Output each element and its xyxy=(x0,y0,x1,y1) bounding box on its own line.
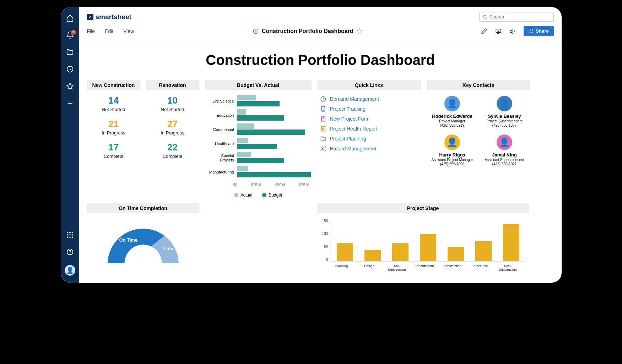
contact-name: Sylwia Beasley xyxy=(480,114,529,119)
home-icon[interactable] xyxy=(66,14,74,22)
brand-logo[interactable]: ✓ smartsheet xyxy=(87,13,131,21)
dashboard-type-icon xyxy=(253,28,259,34)
contact-phone: (425) 555-1387 xyxy=(480,123,529,127)
widget-header: New Construction xyxy=(87,80,140,90)
people-icon xyxy=(320,145,326,152)
contact-avatar-icon: 👤 xyxy=(444,96,460,111)
apps-icon[interactable] xyxy=(66,231,74,239)
stat-value: 14 xyxy=(87,95,140,106)
brand-text: smartsheet xyxy=(96,13,131,21)
stage-bar xyxy=(420,234,436,261)
contact-avatar-icon: 👤 xyxy=(497,134,512,150)
edit-icon[interactable] xyxy=(481,28,487,34)
stage-label: Punch-List xyxy=(469,264,491,271)
quick-link-row[interactable]: Project Planning xyxy=(320,136,418,142)
quick-link-row[interactable]: New Project Form xyxy=(320,116,418,122)
widget-header: Key Contacts xyxy=(427,80,530,90)
svg-point-6 xyxy=(71,234,73,236)
share-button[interactable]: Share xyxy=(524,26,553,36)
contact-card: 👤Roderick EdwardsProject Manager(425) 55… xyxy=(428,96,477,127)
legend-actual: Actual xyxy=(234,193,252,198)
clock-icon xyxy=(320,96,326,102)
notifications-icon[interactable]: 3 xyxy=(66,31,74,39)
announce-icon[interactable] xyxy=(509,28,516,34)
svg-point-9 xyxy=(71,237,73,238)
contact-card: 👤Harry RiggsAssistant Project Manager(42… xyxy=(428,134,477,166)
contact-role: Assistant Project Manager xyxy=(428,158,477,162)
stage-label: Design xyxy=(358,264,380,271)
widget-new-construction: New Construction 14Not Started21In Progr… xyxy=(87,80,140,198)
quick-link-row[interactable]: Project Tracking xyxy=(320,106,418,112)
legend-budget: Budget xyxy=(262,193,282,198)
add-icon[interactable] xyxy=(66,99,74,107)
notification-badge: 3 xyxy=(71,30,76,35)
svg-point-2 xyxy=(69,232,71,233)
stage-label: Construction xyxy=(442,264,464,271)
widget-header: Renovation xyxy=(146,80,199,90)
quick-link[interactable]: Project Planning xyxy=(330,136,366,142)
contact-name: Jamal King xyxy=(480,152,529,158)
present-icon[interactable] xyxy=(495,28,502,34)
menu-file[interactable]: File xyxy=(87,28,95,34)
stat-label: In Progress xyxy=(146,130,199,136)
menu-view[interactable]: View xyxy=(123,28,134,34)
svg-point-3 xyxy=(71,232,73,233)
svg-point-8 xyxy=(69,237,71,238)
widget-header: Quick Links xyxy=(317,80,421,90)
stat-label: Complete xyxy=(146,154,199,159)
widget-renovation: Renovation 10Not Started27In Progress22C… xyxy=(146,80,199,198)
widget-key-contacts: Key Contacts 👤Roderick EdwardsProject Ma… xyxy=(427,80,530,198)
svg-point-4 xyxy=(67,234,68,236)
donut-chart: On Time Late xyxy=(99,219,188,269)
quick-link[interactable]: Project Health Report xyxy=(330,126,378,132)
dashboard-content: Construction Portfolio Dashboard New Con… xyxy=(79,40,562,283)
stage-bar xyxy=(475,241,492,261)
stage-bar xyxy=(337,243,353,261)
menu-edit[interactable]: Edit xyxy=(105,28,113,34)
stat-label: Complete xyxy=(87,154,140,159)
stage-bar xyxy=(448,247,464,261)
search-box[interactable] xyxy=(479,12,554,22)
contact-avatar-icon: 👤 xyxy=(444,134,460,150)
recent-icon[interactable] xyxy=(66,65,74,73)
donut-label-ontime: On Time xyxy=(119,237,138,243)
svg-point-1 xyxy=(67,232,68,233)
quick-link-row[interactable]: Project Health Report xyxy=(320,126,418,132)
svg-point-7 xyxy=(67,237,68,238)
svg-point-14 xyxy=(530,29,531,31)
doc-title: Construction Portfolio Dashboard xyxy=(262,28,353,34)
svg-point-5 xyxy=(69,234,71,236)
report-icon xyxy=(320,126,326,132)
favorite-star-icon[interactable] xyxy=(356,28,363,34)
stat-label: Not Started xyxy=(146,107,199,112)
bar-label: Education xyxy=(209,113,237,117)
stat-value: 21 xyxy=(87,118,140,129)
stage-bar xyxy=(392,243,409,261)
quick-link-row[interactable]: Hazard Management xyxy=(320,145,418,152)
brand-mark-icon: ✓ xyxy=(87,14,93,20)
user-avatar-icon[interactable]: 👤 xyxy=(65,265,75,276)
quick-link[interactable]: New Project Form xyxy=(330,116,370,122)
bar-label: Special Projects xyxy=(209,154,237,162)
stage-label: Procurement xyxy=(414,264,436,271)
quick-link[interactable]: Demand Management xyxy=(330,96,379,102)
donut-label-late: Late xyxy=(164,246,173,251)
quick-link[interactable]: Hazard Management xyxy=(330,146,377,151)
search-input[interactable] xyxy=(490,14,551,20)
widget-header: On Time Completion xyxy=(87,203,199,213)
folder-icon[interactable] xyxy=(66,48,74,56)
app-frame: 3 👤 ✓ smartsheet File Edit V xyxy=(61,7,562,283)
form-icon xyxy=(320,116,326,122)
quick-link[interactable]: Project Tracking xyxy=(330,106,366,112)
widget-header: Budget Vs. Actual xyxy=(205,80,312,90)
stat-value: 10 xyxy=(146,95,199,106)
bar-label: Commercial xyxy=(209,127,237,132)
favorites-icon[interactable] xyxy=(66,82,74,90)
contact-card: 👤Sylwia BeasleyProject Superintendent(42… xyxy=(480,96,529,127)
widget-quick-links: Quick Links Demand ManagementProject Tra… xyxy=(317,80,421,198)
quick-link-row[interactable]: Demand Management xyxy=(320,96,418,102)
folder-icon xyxy=(320,136,326,142)
contact-phone: (425) 555-7890 xyxy=(428,162,477,166)
help-icon[interactable] xyxy=(66,248,74,256)
svg-point-17 xyxy=(323,110,324,111)
